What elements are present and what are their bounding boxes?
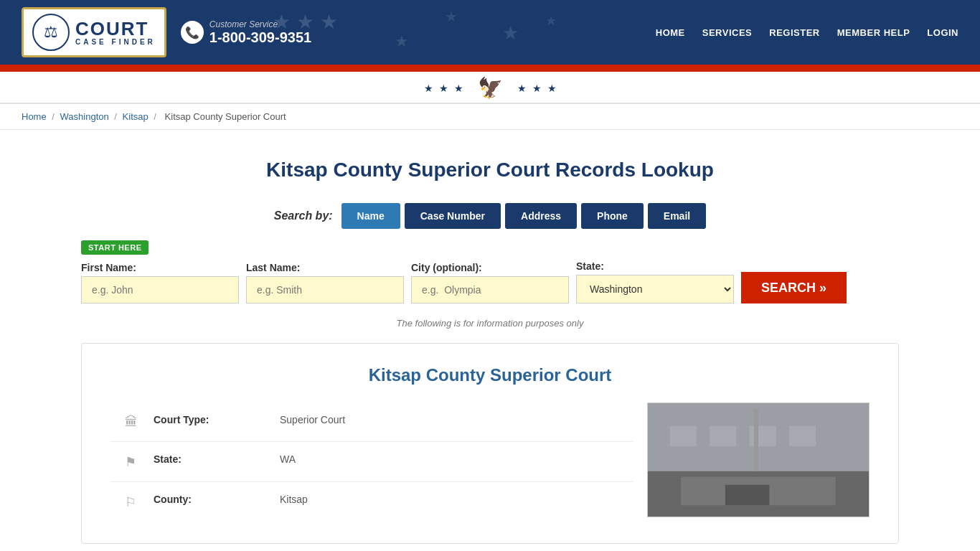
logo-case-finder-label: CASE FINDER (75, 38, 156, 46)
nav-member-help[interactable]: MEMBER HELP (837, 27, 910, 38)
customer-service-label: Customer Service (209, 19, 311, 29)
tab-name[interactable]: Name (341, 203, 400, 229)
breadcrumb-current: Kitsap County Superior Court (165, 111, 286, 122)
search-by-label: Search by: (274, 209, 333, 222)
state-label: State: (576, 260, 734, 272)
court-photo (647, 402, 870, 517)
logo-court-label: COURT (75, 19, 156, 38)
star-5: ★ (532, 83, 542, 94)
court-card: Kitsap County Superior Court 🏛 Court Typ… (81, 343, 899, 544)
court-state-row: ⚑ State: WA (110, 442, 633, 482)
star-3: ★ (454, 83, 463, 94)
court-state-label: State: (154, 453, 268, 465)
last-name-input[interactable] (246, 276, 404, 303)
eagle-banner: ★ ★ ★ 🦅 ★ ★ ★ (0, 72, 980, 103)
court-state-value: WA (280, 453, 296, 465)
breadcrumb-state[interactable]: Washington (60, 111, 109, 122)
court-type-row: 🏛 Court Type: Superior Court (110, 402, 633, 442)
search-form-container: START HERE First Name: Last Name: City (… (81, 240, 899, 303)
city-input[interactable] (411, 276, 569, 303)
nav-register[interactable]: REGISTER (769, 27, 819, 38)
city-group: City (optional): (411, 262, 569, 303)
breadcrumb-sep-3: / (154, 111, 159, 122)
page-title: Kitsap County Superior Court Records Loo… (81, 159, 899, 182)
svg-rect-14 (754, 409, 758, 471)
last-name-label: Last Name: (246, 262, 404, 273)
city-label: City (optional): (411, 262, 569, 273)
tab-phone[interactable]: Phone (581, 203, 644, 229)
breadcrumb-county[interactable]: Kitsap (123, 111, 149, 122)
first-name-group: First Name: (81, 262, 239, 303)
svg-text:★: ★ (445, 9, 458, 24)
court-county-value: Kitsap (280, 494, 308, 505)
star-2: ★ (439, 83, 448, 94)
first-name-label: First Name: (81, 262, 239, 273)
site-logo[interactable]: ⚖ COURT CASE FINDER (22, 7, 166, 57)
breadcrumb-sep-2: / (114, 111, 119, 122)
logo-emblem: ⚖ (32, 14, 70, 51)
customer-service-text: Customer Service 1-800-309-9351 (209, 19, 311, 46)
court-county-icon: ⚐ (125, 494, 142, 510)
phone-icon: 📞 (181, 21, 204, 44)
breadcrumb-home[interactable]: Home (22, 111, 47, 122)
court-type-value: Superior Court (280, 414, 345, 425)
state-select[interactable]: Washington Alabama Alaska Arizona Califo… (576, 275, 734, 303)
breadcrumb-sep-1: / (52, 111, 57, 122)
star-1: ★ (424, 83, 433, 94)
nav-login[interactable]: LOGIN (927, 27, 958, 38)
court-county-label: County: (154, 494, 268, 505)
main-nav: HOME SERVICES REGISTER MEMBER HELP LOGIN (656, 27, 958, 38)
court-photo-placeholder (648, 403, 869, 517)
court-type-label: Court Type: (154, 414, 268, 425)
search-button[interactable]: SEARCH » (741, 272, 847, 303)
search-by-row: Search by: Name Case Number Address Phon… (81, 203, 899, 229)
last-name-group: Last Name: (246, 262, 404, 303)
eagle-icon: 🦅 (478, 76, 503, 100)
info-text: The following is for information purpose… (81, 318, 899, 329)
tab-email[interactable]: Email (648, 203, 706, 229)
first-name-input[interactable] (81, 276, 239, 303)
tab-address[interactable]: Address (505, 203, 577, 229)
state-group: State: Washington Alabama Alaska Arizona… (576, 260, 734, 303)
search-button-label: SEARCH » (761, 281, 826, 296)
site-header: ★ ★ ★ ★ ★ ★ ★ ⚖ COURT CASE FINDER 📞 Cust… (0, 0, 980, 65)
start-here-badge: START HERE (81, 240, 149, 255)
search-section: Search by: Name Case Number Address Phon… (81, 203, 899, 303)
svg-text:★: ★ (395, 32, 409, 50)
logo-area: ⚖ COURT CASE FINDER 📞 Customer Service 1… (22, 7, 311, 57)
search-form-row: First Name: Last Name: City (optional): … (81, 260, 899, 303)
tab-case-number[interactable]: Case Number (405, 203, 501, 229)
court-info-table: 🏛 Court Type: Superior Court ⚑ State: WA… (110, 402, 633, 522)
breadcrumb: Home / Washington / Kitsap / Kitsap Coun… (0, 104, 980, 130)
customer-service: 📞 Customer Service 1-800-309-9351 (181, 19, 311, 46)
customer-service-phone: 1-800-309-9351 (209, 29, 311, 46)
logo-text: COURT CASE FINDER (75, 19, 156, 46)
svg-text:★: ★ (502, 22, 519, 44)
star-6: ★ (547, 83, 557, 94)
svg-rect-12 (725, 485, 770, 505)
svg-text:★: ★ (545, 14, 557, 28)
court-state-icon: ⚑ (125, 454, 142, 470)
court-card-content: 🏛 Court Type: Superior Court ⚑ State: WA… (110, 402, 870, 522)
main-content: Kitsap County Superior Court Records Loo… (60, 130, 920, 551)
court-type-icon: 🏛 (125, 415, 142, 430)
eagle-stars-left: ★ ★ ★ 🦅 ★ ★ ★ (424, 76, 557, 100)
nav-home[interactable]: HOME (656, 27, 685, 38)
nav-services[interactable]: SERVICES (702, 27, 753, 38)
star-4: ★ (517, 83, 527, 94)
court-county-row: ⚐ County: Kitsap (110, 482, 633, 522)
court-card-title: Kitsap County Superior Court (110, 365, 870, 385)
